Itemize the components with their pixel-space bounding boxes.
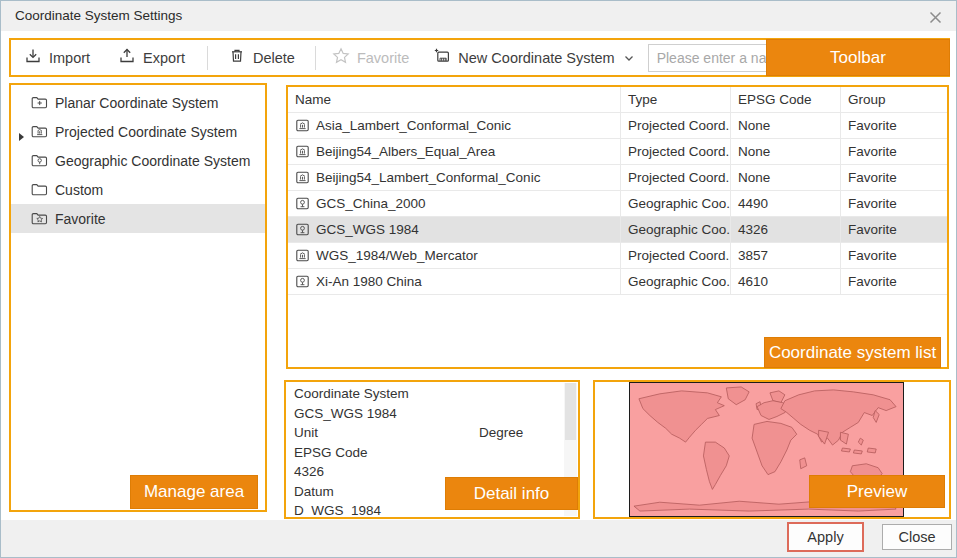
cs-epsg-cell: 4326: [731, 217, 841, 242]
geographic-cs-icon: [295, 222, 310, 237]
import-label: Import: [49, 50, 90, 66]
tree-item-label: Planar Coordinate System: [55, 95, 218, 111]
cs-name-cell: Beijing54_Lambert_Conformal_Conic: [288, 165, 621, 190]
table-row[interactable]: GCS_China_2000 Geographic Coo... 4490 Fa…: [288, 191, 947, 217]
titlebar: Coordinate System Settings: [1, 1, 956, 31]
apply-button[interactable]: Apply: [787, 522, 864, 552]
coordinate-system-tree: Planar Coordinate System Projected Coord…: [11, 85, 265, 233]
cs-type-cell: Projected Coord...: [621, 113, 731, 138]
annotation-list-label: Coordinate system list: [764, 337, 941, 368]
tree-item-projected[interactable]: Projected Coordinate System: [11, 117, 265, 146]
cs-group-cell: Favorite: [841, 165, 947, 190]
favorite-button[interactable]: Favorite: [332, 47, 409, 68]
toolbar-separator: [315, 46, 316, 70]
tree-item-label: Projected Coordinate System: [55, 124, 237, 140]
export-label: Export: [143, 50, 185, 66]
export-icon: [118, 47, 136, 68]
annotation-detail-label: Detail info: [445, 477, 578, 510]
projected-cs-icon: [295, 248, 310, 263]
cs-name-cell: Asia_Lambert_Conformal_Conic: [288, 113, 621, 138]
cs-type-cell: Geographic Coo...: [621, 191, 731, 216]
detail-line: Coordinate System: [294, 384, 558, 404]
cs-group-cell: Favorite: [841, 243, 947, 268]
folder-icon: [31, 182, 48, 197]
geographic-cs-icon: [295, 196, 310, 211]
detail-line: EPSG Code: [294, 443, 558, 463]
close-icon[interactable]: [923, 7, 947, 27]
cs-epsg-cell: None: [731, 139, 841, 164]
export-button[interactable]: Export: [118, 47, 185, 68]
geographic-folder-icon: [31, 153, 48, 168]
cs-type-cell: Projected Coord...: [621, 165, 731, 190]
cs-name-cell: WGS_1984/Web_Mercator: [288, 243, 621, 268]
cs-type-cell: Geographic Coo...: [621, 269, 731, 294]
star-icon: [332, 47, 350, 68]
tree-item-geographic[interactable]: Geographic Coordinate System: [11, 146, 265, 175]
geographic-cs-icon: [295, 274, 310, 289]
column-header-type[interactable]: Type: [621, 87, 731, 112]
tree-item-favorite[interactable]: Favorite: [11, 204, 265, 233]
cs-group-cell: Favorite: [841, 191, 947, 216]
cs-epsg-cell: 3857: [731, 243, 841, 268]
table-row[interactable]: Beijing54_Albers_Equal_Area Projected Co…: [288, 139, 947, 165]
annotation-preview-label: Preview: [809, 475, 945, 508]
dialog-title: Coordinate System Settings: [15, 1, 182, 31]
new-coordinate-system-button[interactable]: New Coordinate System: [433, 47, 633, 68]
manage-area-panel: Planar Coordinate System Projected Coord…: [9, 83, 267, 512]
table-row[interactable]: Beijing54_Lambert_Conformal_Conic Projec…: [288, 165, 947, 191]
projected-folder-icon: [31, 124, 48, 139]
cs-group-cell: Favorite: [841, 139, 947, 164]
cs-epsg-cell: 4610: [731, 269, 841, 294]
import-button[interactable]: Import: [24, 47, 90, 68]
close-button[interactable]: Close: [882, 524, 952, 550]
expand-arrow-icon[interactable]: [19, 128, 24, 144]
tree-item-label: Favorite: [55, 211, 106, 227]
favorite-folder-icon: [31, 211, 48, 226]
tree-item-planar[interactable]: Planar Coordinate System: [11, 88, 265, 117]
toolbar-separator: [207, 46, 208, 70]
coordinate-system-settings-dialog: Coordinate System Settings Import Export…: [0, 0, 957, 558]
cs-epsg-cell: 4490: [731, 191, 841, 216]
cs-name-cell: Beijing54_Albers_Equal_Area: [288, 139, 621, 164]
annotation-toolbar-label: Toolbar: [766, 39, 950, 76]
cs-name-cell: GCS_China_2000: [288, 191, 621, 216]
delete-button[interactable]: Delete: [228, 47, 295, 68]
cs-epsg-cell: None: [731, 113, 841, 138]
delete-icon: [228, 47, 246, 68]
column-header-name[interactable]: Name: [288, 87, 621, 112]
column-header-epsg[interactable]: EPSG Code: [731, 87, 841, 112]
annotation-manage-label: Manage area: [130, 475, 258, 509]
tree-item-label: Custom: [55, 182, 103, 198]
detail-scrollbar-thumb[interactable]: [565, 383, 576, 440]
coordinate-list-panel: Name Type EPSG Code Group Asia_Lambert_C…: [286, 85, 949, 369]
projected-cs-icon: [295, 170, 310, 185]
table-header: Name Type EPSG Code Group: [288, 87, 947, 113]
cs-group-cell: Favorite: [841, 217, 947, 242]
cs-group-cell: Favorite: [841, 113, 947, 138]
projected-cs-icon: [295, 118, 310, 133]
unit-value: Degree: [479, 423, 523, 443]
table-row[interactable]: Asia_Lambert_Conformal_Conic Projected C…: [288, 113, 947, 139]
cs-type-cell: Projected Coord...: [621, 139, 731, 164]
cs-name-cell: GCS_WGS 1984: [288, 217, 621, 242]
cs-type-cell: Geographic Coo...: [621, 217, 731, 242]
detail-line: GCS_WGS 1984: [294, 404, 558, 424]
new-coordinate-system-icon: [433, 47, 451, 68]
cs-epsg-cell: None: [731, 165, 841, 190]
cs-name-cell: Xi-An 1980 China: [288, 269, 621, 294]
table-row-selected[interactable]: GCS_WGS 1984 Geographic Coo... 4326 Favo…: [288, 217, 947, 243]
cs-group-cell: Favorite: [841, 269, 947, 294]
planar-folder-icon: [31, 95, 48, 110]
column-header-group[interactable]: Group: [841, 87, 947, 112]
tree-item-custom[interactable]: Custom: [11, 175, 265, 204]
chevron-down-icon: [624, 54, 634, 62]
projected-cs-icon: [295, 144, 310, 159]
cs-type-cell: Projected Coord...: [621, 243, 731, 268]
delete-label: Delete: [253, 50, 295, 66]
table-row[interactable]: Xi-An 1980 China Geographic Coo... 4610 …: [288, 269, 947, 295]
tree-item-label: Geographic Coordinate System: [55, 153, 250, 169]
favorite-label: Favorite: [357, 50, 409, 66]
import-icon: [24, 47, 42, 68]
new-coordinate-system-label: New Coordinate System: [458, 50, 614, 66]
table-row[interactable]: WGS_1984/Web_Mercator Projected Coord...…: [288, 243, 947, 269]
